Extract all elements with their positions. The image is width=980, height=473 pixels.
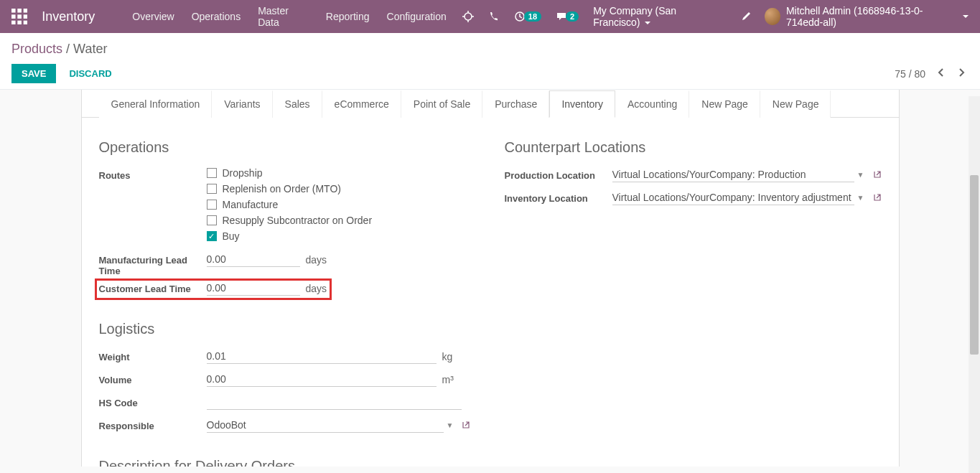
hscode-input[interactable] <box>207 395 462 410</box>
scrollbar-thumb[interactable] <box>970 175 979 355</box>
tab-accounting[interactable]: Accounting <box>615 90 689 118</box>
hscode-label: HS Code <box>99 395 207 408</box>
route-resupply-subcontractor[interactable]: Resupply Subcontractor on Order <box>207 215 373 226</box>
menu-master-data[interactable]: Master Data <box>249 5 317 28</box>
checkbox-icon <box>207 215 217 225</box>
save-button[interactable]: Save <box>11 64 56 83</box>
breadcrumb-products[interactable]: Products <box>11 42 62 56</box>
route-label: Dropship <box>223 167 263 179</box>
left-column: Operations Routes Dropship Replenish on … <box>99 139 476 467</box>
phone-icon[interactable] <box>481 11 507 22</box>
form-content: Operations Routes Dropship Replenish on … <box>99 118 882 467</box>
control-panel: Products / Water Save Discard 75 / 80 <box>0 33 980 90</box>
company-name: My Company (San Francisco) <box>593 5 676 28</box>
caret-down-icon <box>645 22 650 24</box>
menu-configuration[interactable]: Configuration <box>378 11 455 22</box>
route-manufacture[interactable]: Manufacture <box>207 199 373 210</box>
dropdown-icon[interactable]: ▼ <box>854 171 867 179</box>
weight-unit: kg <box>442 351 453 362</box>
volume-input[interactable] <box>207 372 437 387</box>
logistics-title: Logistics <box>99 321 476 337</box>
checkbox-icon <box>207 184 217 194</box>
caret-down-icon <box>963 15 969 18</box>
discard-button[interactable]: Discard <box>59 64 121 83</box>
inv-loc-label: Inventory Location <box>505 190 612 204</box>
form-sheet: General Information Variants Sales eComm… <box>81 90 900 467</box>
svg-point-9 <box>465 13 472 20</box>
pager-prev-icon[interactable] <box>934 65 947 83</box>
tab-point-of-sale[interactable]: Point of Sale <box>401 90 482 118</box>
dropdown-icon[interactable]: ▼ <box>444 421 457 429</box>
days-unit: days <box>306 254 327 266</box>
app-name[interactable]: Inventory <box>42 9 95 24</box>
inv-loc-input[interactable] <box>612 190 854 205</box>
debug-icon[interactable] <box>455 11 481 22</box>
weight-input[interactable] <box>207 349 437 364</box>
scrollbar-track[interactable] <box>969 96 980 473</box>
external-link-icon[interactable] <box>873 192 882 205</box>
svg-rect-4 <box>17 14 22 19</box>
tab-new-page-1[interactable]: New Page <box>689 90 760 118</box>
tab-ecommerce[interactable]: eCommerce <box>322 90 401 118</box>
svg-rect-8 <box>24 21 28 25</box>
cust-lead-input[interactable] <box>207 281 300 296</box>
user-menu[interactable]: Mitchell Admin (1668946-13-0-714edd-all) <box>759 5 969 28</box>
route-replenish-mto[interactable]: Replenish on Order (MTO) <box>207 183 373 195</box>
checkbox-icon <box>207 168 217 178</box>
mfg-lead-label: Manufacturing Lead Time <box>99 252 207 276</box>
operations-title: Operations <box>99 139 476 156</box>
prod-loc-label: Production Location <box>505 167 612 181</box>
weight-label: Weight <box>99 349 207 362</box>
counterpart-title: Counterpart Locations <box>505 139 882 156</box>
menu-reporting[interactable]: Reporting <box>317 11 378 22</box>
svg-rect-6 <box>11 21 16 25</box>
description-delivery-title: Description for Delivery Orders <box>99 458 476 467</box>
pager-text[interactable]: 75 / 80 <box>895 68 925 80</box>
dropdown-icon[interactable]: ▼ <box>854 194 867 202</box>
pager-next-icon[interactable] <box>956 65 969 83</box>
messaging-icon[interactable]: 2 <box>549 11 586 22</box>
svg-rect-3 <box>11 14 16 19</box>
svg-rect-2 <box>24 9 28 13</box>
svg-rect-5 <box>24 14 28 19</box>
volume-label: Volume <box>99 372 207 385</box>
main-navbar: Inventory Overview Operations Master Dat… <box>0 0 980 33</box>
route-label: Buy <box>223 230 240 242</box>
prod-loc-input[interactable] <box>612 167 854 182</box>
external-link-icon[interactable] <box>873 169 882 182</box>
breadcrumb: Products / Water <box>11 42 969 57</box>
menu-overview[interactable]: Overview <box>123 11 182 22</box>
tools-icon[interactable] <box>733 11 759 22</box>
tab-new-page-2[interactable]: New Page <box>760 90 831 118</box>
route-buy[interactable]: Buy <box>207 230 373 242</box>
company-selector[interactable]: My Company (San Francisco) <box>586 5 733 28</box>
volume-unit: m³ <box>442 374 454 385</box>
activity-icon[interactable]: 18 <box>507 11 549 22</box>
avatar <box>765 8 780 25</box>
checkbox-icon <box>207 200 217 210</box>
mfg-lead-input[interactable] <box>207 252 300 267</box>
tab-general-information[interactable]: General Information <box>99 90 213 118</box>
tab-purchase[interactable]: Purchase <box>482 90 549 118</box>
tabs: General Information Variants Sales eComm… <box>82 90 899 118</box>
route-label: Manufacture <box>223 199 279 210</box>
tab-sales[interactable]: Sales <box>273 90 322 118</box>
route-label: Resupply Subcontractor on Order <box>223 215 373 226</box>
external-link-icon[interactable] <box>462 419 470 432</box>
tab-inventory[interactable]: Inventory <box>549 90 615 118</box>
checkbox-checked-icon <box>207 231 217 241</box>
responsible-label: Responsible <box>99 418 207 431</box>
svg-rect-1 <box>17 9 22 13</box>
svg-rect-7 <box>17 21 22 25</box>
cust-lead-label: Customer Lead Time <box>99 281 207 294</box>
user-name: Mitchell Admin (1668946-13-0-714edd-all) <box>786 5 958 28</box>
tab-variants[interactable]: Variants <box>212 90 272 118</box>
route-dropship[interactable]: Dropship <box>207 167 373 179</box>
days-unit: days <box>306 283 327 294</box>
responsible-input[interactable] <box>207 418 444 433</box>
apps-icon[interactable] <box>11 8 27 25</box>
route-label: Replenish on Order (MTO) <box>223 183 341 195</box>
menu-operations[interactable]: Operations <box>183 11 249 22</box>
right-column: Counterpart Locations Production Locatio… <box>505 139 882 467</box>
activity-badge: 18 <box>524 11 541 22</box>
